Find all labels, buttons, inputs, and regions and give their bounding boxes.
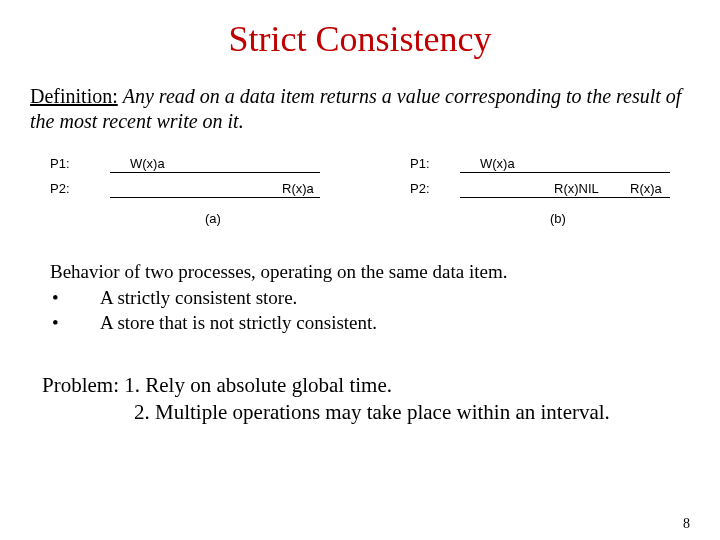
behavior-intro: Behavior of two processes, operating on … — [50, 259, 670, 285]
slide-title: Strict Consistency — [0, 18, 720, 60]
left-p1-label: P1: — [50, 156, 70, 171]
bullet-icon: • — [50, 310, 100, 336]
left-read-op: R(x)a — [282, 181, 314, 196]
right-p1-label: P1: — [410, 156, 430, 171]
behavior-bullet-1: • A strictly consistent store. — [50, 285, 670, 311]
right-caption: (b) — [550, 211, 566, 226]
left-write-op: W(x)a — [130, 156, 165, 171]
problem-label: Problem: — [42, 373, 119, 397]
right-p2-label: P2: — [410, 181, 430, 196]
problem-item-1: 1. Rely on absolute global time. — [124, 373, 392, 397]
bullet-text: A store that is not strictly consistent. — [100, 310, 377, 336]
definition-block: Definition: Any read on a data item retu… — [30, 84, 690, 134]
behavior-block: Behavior of two processes, operating on … — [50, 259, 670, 336]
definition-label: Definition: — [30, 85, 118, 107]
right-read-nil: R(x)NIL — [554, 181, 599, 196]
bullet-icon: • — [50, 285, 100, 311]
right-read-a: R(x)a — [630, 181, 662, 196]
left-p2-timeline — [110, 197, 320, 198]
behavior-bullet-2: • A store that is not strictly consisten… — [50, 310, 670, 336]
left-p2-label: P2: — [50, 181, 70, 196]
problem-block: Problem: 1. Rely on absolute global time… — [42, 372, 690, 427]
diagram: P1: P2: W(x)a R(x)a (a) P1: P2: W(x)a R(… — [0, 156, 720, 241]
page-number: 8 — [683, 516, 690, 532]
left-p1-timeline — [110, 172, 320, 173]
problem-item-2: 2. Multiple operations may take place wi… — [42, 399, 610, 426]
definition-text: Any read on a data item returns a value … — [30, 85, 681, 132]
bullet-text: A strictly consistent store. — [100, 285, 297, 311]
right-p1-timeline — [460, 172, 670, 173]
right-write-op: W(x)a — [480, 156, 515, 171]
left-caption: (a) — [205, 211, 221, 226]
right-p2-timeline — [460, 197, 670, 198]
